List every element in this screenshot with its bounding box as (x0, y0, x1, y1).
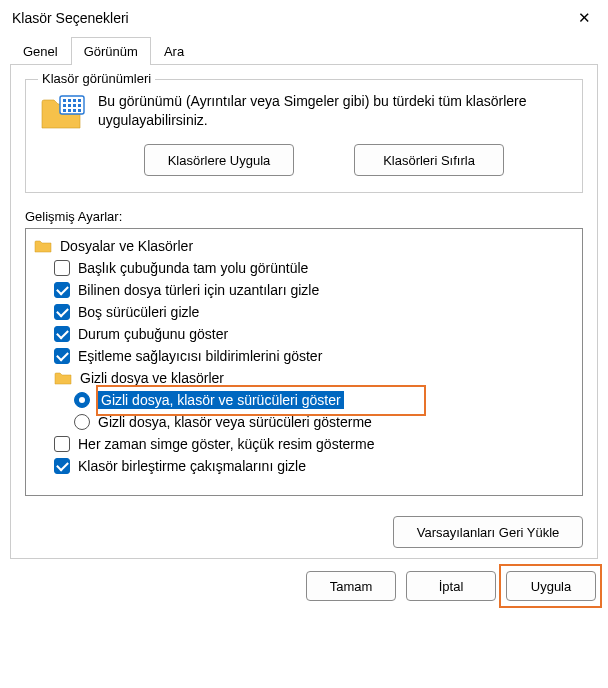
folder-views-description: Bu görünümü (Ayrıntılar veya Simgeler gi… (98, 92, 568, 130)
svg-rect-12 (78, 109, 81, 112)
checkbox[interactable] (54, 348, 70, 364)
svg-rect-7 (73, 104, 76, 107)
tab-page-view: Klasör görünümleri Bu görünümü (Ayrıntıl… (10, 64, 598, 559)
dialog-footer: Tamam İptal Uygula (0, 559, 608, 601)
checkbox[interactable] (54, 436, 70, 452)
tab-general[interactable]: Genel (10, 37, 71, 65)
folder-views-group: Klasör görünümleri Bu görünümü (Ayrıntıl… (25, 79, 583, 193)
cancel-button[interactable]: İptal (406, 571, 496, 601)
tree-item[interactable]: Bilinen dosya türleri için uzantıları gi… (34, 279, 578, 301)
tree-item[interactable]: Klasör birleştirme çakışmalarını gizle (34, 455, 578, 477)
svg-rect-3 (73, 99, 76, 102)
tree-item[interactable]: Her zaman simge göster, küçük resim göst… (34, 433, 578, 455)
tree-hidden-folder-label: Gizli dosya ve klasörler (80, 370, 224, 386)
tab-search[interactable]: Ara (151, 37, 197, 65)
tree-item-label: Eşitleme sağlayıcısı bildirimlerini göst… (78, 348, 322, 364)
advanced-settings-label: Gelişmiş Ayarlar: (25, 209, 583, 224)
checkbox[interactable] (54, 260, 70, 276)
advanced-settings-tree[interactable]: Dosyalar ve Klasörler Başlık çubuğunda t… (25, 228, 583, 496)
tree-root-folder: Dosyalar ve Klasörler (34, 235, 578, 257)
radio[interactable] (74, 392, 90, 408)
tree-item-label: Boş sürücüleri gizle (78, 304, 199, 320)
svg-rect-8 (78, 104, 81, 107)
tree-item[interactable]: Boş sürücüleri gizle (34, 301, 578, 323)
svg-rect-9 (63, 109, 66, 112)
title-bar: Klasör Seçenekleri ✕ (0, 0, 608, 36)
svg-rect-5 (63, 104, 66, 107)
tree-root-label: Dosyalar ve Klasörler (60, 238, 193, 254)
tree-item[interactable]: Eşitleme sağlayıcısı bildirimlerini göst… (34, 345, 578, 367)
checkbox[interactable] (54, 304, 70, 320)
apply-to-folders-button[interactable]: Klasörlere Uygula (144, 144, 294, 176)
tab-view[interactable]: Görünüm (71, 37, 151, 65)
radio[interactable] (74, 414, 90, 430)
checkbox[interactable] (54, 282, 70, 298)
tree-hidden-folder: Gizli dosya ve klasörler (34, 367, 578, 389)
tree-item[interactable]: Durum çubuğunu göster (34, 323, 578, 345)
folder-icon (40, 94, 86, 132)
tree-item-label: Gizli dosya, klasör veya sürücüleri göst… (98, 414, 372, 430)
tree-radio-item[interactable]: Gizli dosya, klasör ve sürücüleri göster (34, 389, 578, 411)
tree-radio-item[interactable]: Gizli dosya, klasör veya sürücüleri göst… (34, 411, 578, 433)
restore-defaults-button[interactable]: Varsayılanları Geri Yükle (393, 516, 583, 548)
svg-rect-4 (78, 99, 81, 102)
apply-button[interactable]: Uygula (506, 571, 596, 601)
tree-item-label: Bilinen dosya türleri için uzantıları gi… (78, 282, 319, 298)
svg-rect-1 (63, 99, 66, 102)
svg-rect-6 (68, 104, 71, 107)
folder-icon (34, 238, 52, 254)
tree-item[interactable]: Başlık çubuğunda tam yolu görüntüle (34, 257, 578, 279)
tab-strip: Genel Görünüm Ara (0, 37, 608, 65)
svg-rect-2 (68, 99, 71, 102)
tree-item-label: Gizli dosya, klasör ve sürücüleri göster (98, 391, 344, 409)
svg-rect-10 (68, 109, 71, 112)
checkbox[interactable] (54, 458, 70, 474)
tree-item-label: Durum çubuğunu göster (78, 326, 228, 342)
folder-icon (54, 370, 72, 386)
svg-rect-11 (73, 109, 76, 112)
ok-button[interactable]: Tamam (306, 571, 396, 601)
reset-folders-button[interactable]: Klasörleri Sıfırla (354, 144, 504, 176)
close-button[interactable]: ✕ (562, 1, 606, 35)
window-title: Klasör Seçenekleri (12, 10, 129, 26)
checkbox[interactable] (54, 326, 70, 342)
folder-views-legend: Klasör görünümleri (38, 71, 155, 86)
tree-item-label: Her zaman simge göster, küçük resim göst… (78, 436, 374, 452)
tree-item-label: Klasör birleştirme çakışmalarını gizle (78, 458, 306, 474)
tree-item-label: Başlık çubuğunda tam yolu görüntüle (78, 260, 308, 276)
